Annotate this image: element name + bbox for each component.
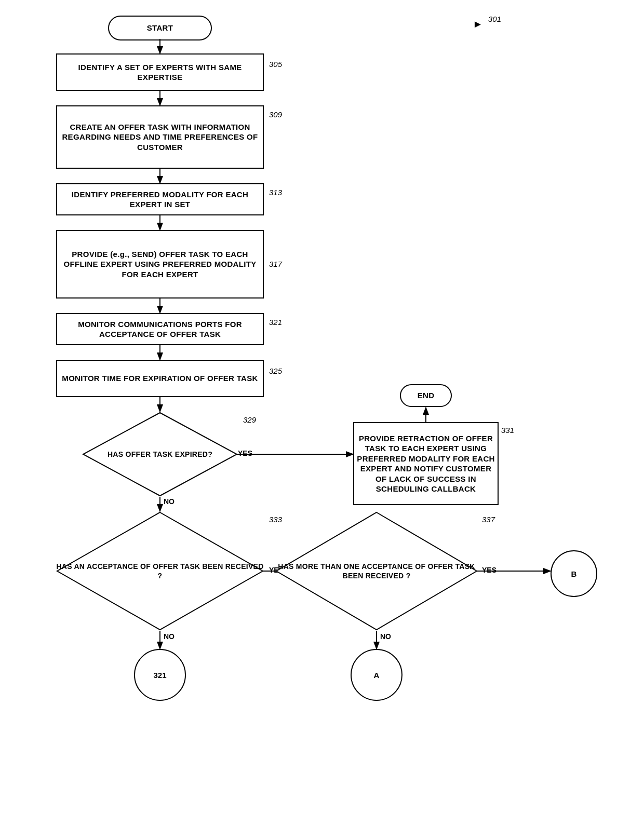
diamond-329: HAS OFFER TASK EXPIRED? [82,412,238,497]
arrow-301: ► [473,18,483,30]
329-yes-label: YES [238,449,252,457]
label-321: 321 [269,318,282,327]
circle-A: A [351,649,403,701]
flowchart: 301 ► START IDENTIFY A SET OF EXPERTS WI… [0,0,644,814]
diamond-337: HAS MORE THAN ONE ACCEPTANCE OF OFFER TA… [275,511,478,631]
label-329: 329 [243,415,256,424]
node-331: PROVIDE RETRACTION OF OFFER TASK TO EACH… [353,422,499,505]
end-node: END [400,384,452,407]
diagram-label-301: 301 [488,15,501,23]
337-yes-label: YES [482,566,497,574]
329-no-label: NO [164,497,175,506]
node-317: PROVIDE (e.g., SEND) OFFER TASK TO EACH … [56,230,264,299]
circle-321: 321 [134,649,186,701]
label-317: 317 [269,260,282,268]
node-313: IDENTIFY PREFERRED MODALITY FOR EACH EXP… [56,183,264,215]
label-313: 313 [269,188,282,197]
label-331: 331 [501,426,514,435]
label-309: 309 [269,110,282,119]
label-305: 305 [269,60,282,69]
337-no-label: NO [380,632,391,641]
label-337: 337 [482,515,495,524]
node-325: MONITOR TIME FOR EXPIRATION OF OFFER TAS… [56,360,264,397]
node-321: MONITOR COMMUNICATIONS PORTS FOR ACCEPTA… [56,313,264,345]
circle-B: B [551,550,597,597]
start-node: START [108,16,212,40]
label-325: 325 [269,367,282,375]
node-305: IDENTIFY A SET OF EXPERTS WITH SAME EXPE… [56,53,264,91]
diamond-333: HAS AN ACCEPTANCE OF OFFER TASK BEEN REC… [56,511,264,631]
333-no-label: NO [164,632,175,641]
node-309: CREATE AN OFFER TASK WITH INFORMATION RE… [56,105,264,169]
